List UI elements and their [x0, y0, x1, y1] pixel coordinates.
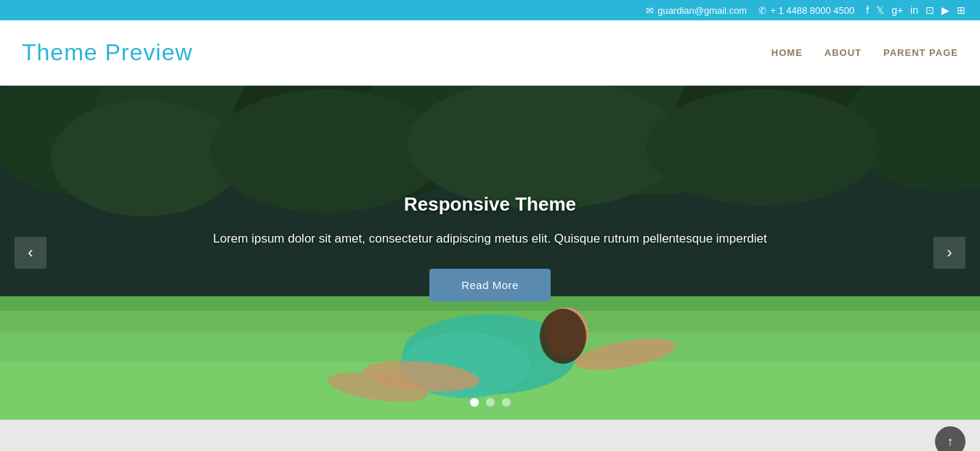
hero-content: Responsive Theme Lorem ipsum dolor sit a…: [207, 193, 774, 301]
top-bar: ✉ guardian@gmail.com ✆ + 1 4488 8000 450…: [0, 0, 980, 20]
nav-about[interactable]: ABOUT: [825, 47, 862, 58]
nav-parent-page[interactable]: PARENT PAGE: [883, 47, 958, 58]
svg-point-11: [647, 89, 879, 206]
footer-section: ↑: [0, 420, 980, 451]
read-more-button[interactable]: Read More: [429, 269, 551, 301]
email-icon: ✉: [646, 5, 654, 16]
flickr-icon[interactable]: ⊡: [926, 4, 934, 16]
email-contact: ✉ guardian@gmail.com: [646, 5, 747, 16]
rss-icon[interactable]: ⊞: [957, 4, 965, 16]
hero-slider: Responsive Theme Lorem ipsum dolor sit a…: [0, 86, 980, 420]
phone-contact: ✆ + 1 4488 8000 4500: [758, 5, 854, 16]
slider-dot-3[interactable]: [502, 398, 511, 407]
social-links: f 𝕏 g+ in ⊡ ▶ ⊞: [866, 4, 965, 16]
main-navigation: HOME ABOUT PARENT PAGE: [772, 47, 958, 58]
scroll-top-button[interactable]: ↑: [935, 426, 965, 451]
slider-dots: [470, 398, 511, 407]
twitter-icon[interactable]: 𝕏: [876, 4, 884, 16]
svg-point-19: [540, 309, 586, 364]
email-address: guardian@gmail.com: [657, 5, 747, 16]
slide-title: Responsive Theme: [207, 193, 774, 216]
site-title: Theme Preview: [22, 39, 193, 66]
phone-number: + 1 4488 8000 4500: [770, 5, 854, 16]
linkedin-icon[interactable]: in: [910, 4, 918, 16]
slider-dot-2[interactable]: [486, 398, 495, 407]
slider-next-button[interactable]: ›: [934, 237, 965, 269]
facebook-icon[interactable]: f: [866, 4, 869, 16]
googleplus-icon[interactable]: g+: [891, 4, 903, 16]
slider-prev-button[interactable]: ‹: [15, 237, 46, 269]
contact-info: ✉ guardian@gmail.com ✆ + 1 4488 8000 450…: [646, 5, 854, 16]
nav-home[interactable]: HOME: [772, 47, 803, 58]
phone-icon: ✆: [758, 5, 766, 16]
slider-dot-1[interactable]: [470, 398, 479, 407]
youtube-icon[interactable]: ▶: [941, 4, 949, 16]
slide-subtitle: Lorem ipsum dolor sit amet, consectetur …: [207, 229, 774, 248]
site-header: Theme Preview HOME ABOUT PARENT PAGE: [0, 20, 980, 86]
